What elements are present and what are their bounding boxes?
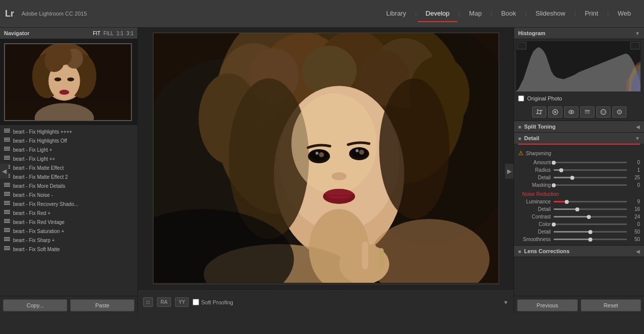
tab-web[interactable]: Web <box>610 6 639 22</box>
nr-detail-track[interactable] <box>554 208 627 210</box>
list-item[interactable]: beart - Fix Soft Matte <box>0 245 137 254</box>
list-item[interactable]: beart - Fix Light + <box>0 145 137 154</box>
split-toning-header[interactable]: ■ Split Toning ◀ <box>514 121 644 132</box>
svg-rect-61 <box>538 110 543 111</box>
tool-graduated[interactable] <box>580 106 594 118</box>
smoothness-thumb[interactable] <box>588 238 592 242</box>
masking-thumb[interactable] <box>552 183 556 187</box>
navigator-title: Navigator <box>4 30 30 36</box>
list-item[interactable]: beart - Fix Red Vintage <box>0 217 137 227</box>
filmstrip-bar: □ RA YY Soft Proofing ▼ <box>138 289 514 314</box>
zoom-fit[interactable]: FIT <box>93 31 100 36</box>
detail-section: ■ Detail ▼ ⚠ Sharpening Amount <box>514 133 644 246</box>
zoom-fill[interactable]: FILL <box>103 31 113 36</box>
zoom-1-1[interactable]: 1:1 <box>116 31 123 36</box>
list-item[interactable]: beart - Fix Recovery Shado... <box>0 199 137 208</box>
right-panel: Histogram ▼ <box>514 28 644 314</box>
preset-icon <box>4 219 10 225</box>
tab-map[interactable]: Map <box>461 6 490 22</box>
color-detail-thumb[interactable] <box>588 230 592 234</box>
color-detail-track[interactable] <box>554 231 627 233</box>
list-item[interactable]: beart - Fix Red + <box>0 208 137 217</box>
nr-contrast-label: Contrast <box>518 214 551 219</box>
list-item[interactable]: beart - Fix Highlights ++++ <box>0 127 137 136</box>
nr-contrast-thumb[interactable] <box>587 215 591 219</box>
svg-rect-52 <box>362 242 368 269</box>
detail-toggle[interactable]: ▼ <box>635 136 640 141</box>
tool-adjustment-brush[interactable] <box>612 106 626 118</box>
tab-book[interactable]: Book <box>493 6 524 22</box>
smoothness-track[interactable] <box>554 239 627 240</box>
detail-active-underline <box>518 144 640 145</box>
svg-rect-58 <box>537 109 538 114</box>
soft-proofing-checkbox[interactable]: Soft Proofing <box>193 299 233 305</box>
tool-spot[interactable] <box>548 106 562 118</box>
preset-icon <box>4 192 10 198</box>
filmstrip-expand-icon[interactable]: ▼ <box>503 299 509 305</box>
histogram-toggle[interactable]: ▼ <box>635 31 640 36</box>
amount-track[interactable] <box>554 162 627 163</box>
tool-crop[interactable] <box>532 106 546 118</box>
navigator-thumbnail[interactable] <box>4 43 132 121</box>
tab-develop[interactable]: Develop <box>418 6 458 22</box>
histogram-canvas <box>516 41 640 91</box>
svg-point-13 <box>67 77 74 81</box>
list-item[interactable]: beart - Fix Light ++ <box>0 154 137 163</box>
split-toning-indicator: ■ <box>518 124 521 130</box>
list-item[interactable]: beart - Fix Sharp + <box>0 236 137 245</box>
svg-point-36 <box>379 78 449 219</box>
radius-thumb[interactable] <box>559 168 563 172</box>
color-thumb[interactable] <box>552 222 556 227</box>
nav-tabs: Library | Develop | Map | Book | Slidesh… <box>378 6 639 22</box>
list-item[interactable]: beart - Fix Noise - <box>0 190 137 199</box>
original-photo-checkbox[interactable] <box>518 95 524 101</box>
nr-contrast-track[interactable] <box>554 216 627 217</box>
right-panel-toggle[interactable]: ▶ <box>505 164 514 179</box>
tool-radial[interactable] <box>596 106 610 118</box>
previous-button[interactable]: Previous <box>517 299 578 311</box>
paste-button[interactable]: Paste <box>70 299 134 311</box>
tab-print[interactable]: Print <box>577 6 606 22</box>
filmstrip-yy-btn[interactable]: YY <box>175 297 189 307</box>
color-detail-label: Detail <box>518 229 551 235</box>
filmstrip-view-btn[interactable]: □ <box>143 297 153 307</box>
radius-track[interactable] <box>554 169 627 171</box>
tab-slideshow[interactable]: Slideshow <box>528 6 573 22</box>
lens-indicator: ■ <box>518 249 521 254</box>
lens-corrections-toggle[interactable]: ◀ <box>636 249 640 254</box>
left-panel-toggle[interactable]: ◀ <box>0 164 9 179</box>
amount-slider-row: Amount 0 <box>514 159 644 166</box>
zoom-3-1[interactable]: 3:1 <box>126 31 133 36</box>
svg-point-44 <box>315 152 318 155</box>
list-item[interactable]: beart - Fix Highlights Off <box>0 136 137 145</box>
tool-redeye[interactable] <box>564 106 578 118</box>
detail-header[interactable]: ■ Detail ▼ <box>514 133 644 144</box>
amount-thumb[interactable] <box>552 161 556 165</box>
nr-detail-thumb[interactable] <box>575 207 579 211</box>
svg-rect-66 <box>585 110 590 111</box>
detail-thumb[interactable] <box>570 176 574 180</box>
filmstrip-ra-btn[interactable]: RA <box>157 297 171 307</box>
list-item[interactable]: beart - Fix More Details <box>0 181 137 190</box>
luminance-track[interactable] <box>554 201 627 202</box>
reset-button[interactable]: Reset <box>581 299 641 311</box>
masking-track[interactable] <box>554 184 627 186</box>
preset-icon <box>4 201 10 207</box>
detail-track[interactable] <box>554 177 627 178</box>
navigator-img-svg <box>5 43 131 121</box>
list-item[interactable]: beart - Fix Saturation + <box>0 227 137 236</box>
split-toning-toggle[interactable]: ◀ <box>636 124 640 130</box>
svg-rect-51 <box>354 244 360 269</box>
copy-button[interactable]: Copy... <box>3 299 67 311</box>
preset-icon <box>4 138 10 144</box>
svg-rect-57 <box>630 42 639 49</box>
list-item[interactable]: beart - Fix Matte Effect <box>0 163 137 172</box>
lens-corrections-header[interactable]: ■ Lens Corrections ◀ <box>514 246 644 257</box>
presets-list: beart - Fix Highlights ++++ beart - Fix … <box>0 125 137 296</box>
tab-library[interactable]: Library <box>378 6 414 22</box>
luminance-thumb[interactable] <box>565 200 569 204</box>
color-track[interactable] <box>554 224 627 225</box>
navigator-header: Navigator FIT FILL 1:1 3:1 <box>0 28 137 39</box>
photo-area <box>138 28 514 289</box>
list-item[interactable]: beart - Fix Matte Effect 2 <box>0 172 137 181</box>
